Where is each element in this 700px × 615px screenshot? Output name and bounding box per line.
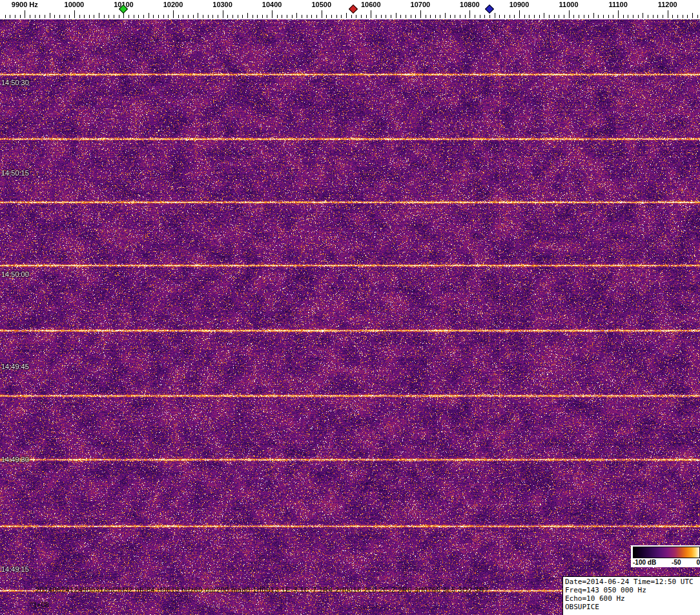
db-max-label: 0 — [696, 559, 700, 566]
freq-tick-label: 10500 — [311, 1, 331, 8]
station-info-box: Date=2014-06-24 Time=12:50 UTC Freq=143 … — [562, 576, 700, 615]
spectrogram-screen: 9900 Hz100001010010200103001040010500106… — [0, 0, 700, 615]
time-label: 14:49:45 — [1, 363, 29, 370]
frequency-axis: 9900 Hz100001010010200103001040010500106… — [0, 0, 700, 19]
freq-tick-label: 10700 — [411, 1, 431, 8]
freq-tick-label: 10800 — [460, 1, 480, 8]
db-scale-labels: -100 dB -50 0 — [633, 559, 700, 566]
freq-tick-label: 10200 — [163, 1, 183, 8]
freq-tick-label: 11000 — [559, 1, 579, 8]
freq-tick-label: 11100 — [608, 1, 627, 8]
db-scale-legend: -100 dB -50 0 — [631, 545, 700, 567]
time-label: 14:50:00 — [1, 270, 29, 278]
info-line-station: OBSUPICE — [565, 603, 700, 611]
freq-tick-label: 11200 — [658, 1, 677, 8]
time-label: 14:50:30 — [1, 79, 29, 86]
time-label: 14:49:15 — [1, 565, 29, 573]
freq-tick-label: 10900 — [510, 1, 530, 8]
freq-tick-label: 10000 — [65, 1, 85, 8]
freq-tick-label: 9900 Hz — [12, 1, 38, 8]
info-line-echo: Echo=10 600 Hz — [565, 594, 700, 603]
db-mid-label: -50 — [672, 559, 681, 566]
waterfall-canvas — [0, 19, 700, 615]
freq-tick-label: 10400 — [262, 1, 282, 8]
time-label: 14:49:30 — [1, 456, 29, 463]
db-min-label: -100 dB — [633, 559, 656, 566]
overflow-note: ^1+08 — [30, 601, 49, 609]
info-line-datetime: Date=2014-06-24 Time=12:50 UTC — [565, 578, 700, 586]
freq-tick-label: 10600 — [361, 1, 381, 8]
freq-tick-label: 10300 — [212, 1, 232, 8]
info-line-frequency: Freq=143 050 000 Hz — [565, 586, 700, 594]
config-annotation: 20140624124900316nChf32 hb-84 rf0613 hif… — [36, 586, 489, 594]
db-gradient-bar — [633, 547, 700, 558]
time-label: 14:50:15 — [1, 169, 29, 177]
